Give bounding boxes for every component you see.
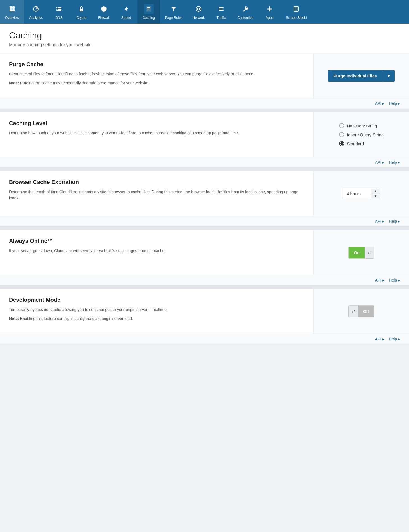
nav-item-apps[interactable]: Apps [258,0,281,24]
spinner-controls: ▲ ▼ [371,189,380,199]
svg-rect-28 [295,8,298,8]
caching-level-radio-group: No Query String Ignore Query String Stan… [339,123,384,146]
svg-rect-17 [147,9,150,9]
nav-label-overview: Overview [5,16,19,20]
purge-cache-section: Purge Cache Clear cached files to force … [0,53,409,109]
always-online-desc: If your server goes down, Cloudflare wil… [9,248,304,254]
browser-cache-footer: API ▸ Help ▸ [0,216,409,226]
dev-mode-off-button[interactable]: Off [358,306,374,317]
radio-standard-circle [339,141,344,146]
nav-item-pagerules[interactable]: Page Rules [160,0,187,24]
spinner-down-button[interactable]: ▼ [371,194,380,199]
always-online-title: Always Online™ [9,238,304,244]
always-online-right: On ⇄ [314,230,409,275]
dev-mode-note-text: Enabling this feature can significantly … [19,316,133,321]
purge-cache-note-text: Purging the cache may temporarily degrad… [19,81,150,85]
caching-level-section: Caching Level Determine how much of your… [0,112,409,168]
main-content: Purge Cache Clear cached files to force … [0,53,409,344]
nav-item-analytics[interactable]: Analytics [24,0,48,24]
nav-label-pagerules: Page Rules [165,16,182,20]
always-online-api-link[interactable]: API ▸ [375,278,384,282]
dev-mode-right: ⇄ Off [314,289,409,334]
caching-level-right: No Query String Ignore Query String Stan… [314,112,409,157]
purge-cache-api-link[interactable]: API ▸ [375,101,384,106]
radio-ignore-query-string[interactable]: Ignore Query String [339,132,384,137]
dev-mode-desc: Temporarily bypass our cache allowing yo… [9,307,304,313]
purge-cache-help-link[interactable]: Help ▸ [389,101,400,106]
spinner-up-button[interactable]: ▲ [371,189,380,194]
nav-label-apps: Apps [266,16,273,20]
dev-mode-help-link[interactable]: Help ▸ [389,337,400,341]
nav-item-firewall[interactable]: Firewall [93,0,115,24]
dev-mode-title: Development Mode [9,297,304,303]
nav-item-speed[interactable]: Speed [115,0,137,24]
nav-label-customize: Customize [237,16,253,20]
nav-item-customize[interactable]: Customize [232,0,258,24]
radio-no-query-label: No Query String [347,123,377,128]
radio-no-query-string[interactable]: No Query String [339,123,384,128]
purge-individual-files-button[interactable]: Purge Individual Files [328,70,383,82]
nav-item-crypto[interactable]: Crypto [70,0,93,24]
always-online-on-button[interactable]: On [349,247,365,258]
dev-mode-note-label: Note: [9,316,19,321]
purge-cache-note-label: Note: [9,81,19,85]
traffic-icon [216,4,226,14]
nav-label-analytics: Analytics [29,16,43,20]
caching-level-help-link[interactable]: Help ▸ [389,160,400,165]
purge-cache-desc: Clear cached files to force Cloudflare t… [9,71,304,77]
dev-mode-footer: API ▸ Help ▸ [0,334,409,344]
toggle-arrows-icon: ⇄ [368,250,371,255]
purge-dropdown-button[interactable]: ▼ [383,70,395,82]
nav-item-dns[interactable]: DNS [48,0,70,24]
svg-rect-2 [10,9,12,11]
dev-mode-switch-button[interactable]: ⇄ [349,306,358,317]
svg-rect-9 [56,10,61,11]
plus-icon [265,4,275,14]
browser-cache-help-link[interactable]: Help ▸ [389,219,400,224]
svg-point-11 [57,9,58,10]
always-online-section: Always Online™ If your server goes down,… [0,230,409,285]
svg-rect-18 [147,10,149,10]
always-online-switch-button[interactable]: ⇄ [365,247,374,258]
dev-mode-toggle: ⇄ Off [348,305,374,317]
scrape-icon [291,4,301,14]
nav-bar: Overview Analytics DNS Crypto Firewall S… [0,0,409,24]
grid-icon [7,4,17,14]
caching-level-api-link[interactable]: API ▸ [375,160,384,165]
chevron-down-icon: ▼ [387,73,391,78]
radio-standard[interactable]: Standard [339,141,384,146]
dev-mode-toggle-icon: ⇄ [352,309,355,314]
divider-4 [0,285,409,289]
caching-icon [144,4,154,14]
caching-level-left: Caching Level Determine how much of your… [0,112,314,157]
browser-cache-right: ▲ ▼ [314,171,409,216]
svg-marker-14 [125,6,128,11]
dev-mode-api-link[interactable]: API ▸ [375,337,384,341]
nav-item-scrape[interactable]: Scrape Shield [281,0,312,24]
radio-standard-label: Standard [347,141,364,146]
network-icon [194,4,204,14]
lock-icon [76,4,86,14]
nav-item-network[interactable]: Network [187,0,210,24]
always-online-help-link[interactable]: Help ▸ [389,278,400,282]
browser-cache-left: Browser Cache Expiration Determine the l… [0,171,314,216]
caching-level-footer: API ▸ Help ▸ [0,157,409,167]
nav-item-traffic[interactable]: Traffic [210,0,232,24]
lightning-icon [121,4,131,14]
nav-label-network: Network [192,16,205,20]
radio-ignore-query-label: Ignore Query String [347,132,384,137]
dev-mode-note: Note: Enabling this feature can signific… [9,315,304,322]
browser-cache-input[interactable] [343,188,371,199]
browser-cache-api-link[interactable]: API ▸ [375,219,384,224]
nav-item-caching[interactable]: Caching [137,0,160,24]
svg-rect-30 [295,10,297,10]
dns-icon [54,4,64,14]
nav-label-traffic: Traffic [217,16,226,20]
svg-rect-24 [219,10,224,11]
browser-cache-title: Browser Cache Expiration [9,179,304,185]
purge-cache-footer: API ▸ Help ▸ [0,98,409,109]
nav-item-overview[interactable]: Overview [0,0,24,24]
nav-label-scrape: Scrape Shield [286,16,307,20]
nav-label-crypto: Crypto [76,16,86,20]
wrench-icon [240,4,250,14]
